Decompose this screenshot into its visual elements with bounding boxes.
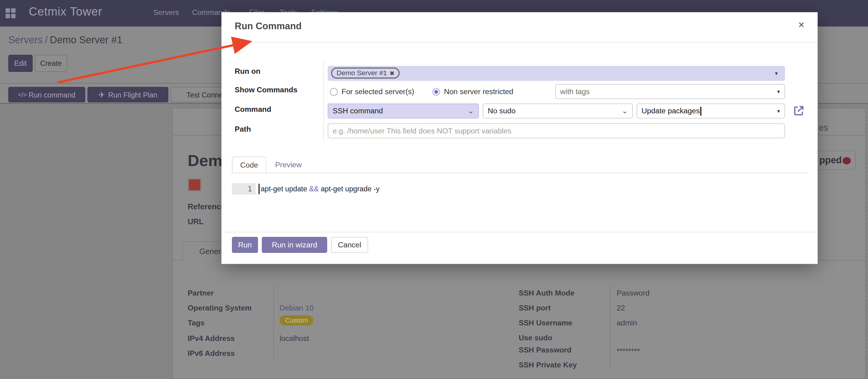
path-placeholder: e.g. /home/user This field does NOT supp… [333, 127, 512, 135]
field-value-ssh-port: 22 [617, 304, 625, 312]
url-label: URL [188, 217, 204, 226]
field-label-partner: Partner [188, 289, 214, 297]
radio-non-restricted[interactable] [432, 88, 440, 96]
run-on-label: Run on [235, 67, 260, 75]
status-badge-label: pped [819, 155, 842, 166]
command-name-input[interactable]: Update packages ▾ [637, 103, 785, 119]
tags-filter-select[interactable]: with tags ▾ [555, 84, 785, 99]
field-label-ipv4: IPv4 Address [188, 334, 235, 342]
cancel-button[interactable]: Cancel [331, 237, 368, 253]
server-tag-pill[interactable]: Demo Server #1 ✖ [331, 68, 400, 78]
run-command-button[interactable]: </> Run command [8, 87, 85, 102]
text-cursor [701, 107, 701, 116]
field-value-ssh-auth: Password [617, 289, 649, 297]
field-value-os[interactable]: Debian 10 [279, 304, 314, 312]
breadcrumb-parent-link[interactable]: Servers [8, 34, 43, 45]
radio-selected-servers-label[interactable]: For selected server(s) [342, 88, 414, 96]
screen: Cetmix Tower Servers Commands Files Tool… [0, 0, 868, 379]
field-label-ssh-private-key: SSH Private Key [519, 361, 577, 369]
dropdown-caret-icon[interactable]: ▾ [775, 70, 778, 76]
command-type-select[interactable]: SSH command ⌄ [328, 103, 479, 119]
path-input[interactable]: e.g. /home/user This field does NOT supp… [328, 123, 785, 138]
stat-button-partial-text[interactable]: es [818, 123, 828, 133]
radio-non-restricted-label[interactable]: Non server restricted [444, 88, 514, 96]
radio-selected-servers[interactable] [330, 88, 338, 96]
app-brand[interactable]: Cetmix Tower [29, 5, 102, 18]
show-commands-label: Show Commands [235, 86, 298, 94]
code-operator: && [309, 185, 319, 193]
breadcrumb-separator: / [43, 34, 50, 45]
tab-preview[interactable]: Preview [275, 161, 302, 169]
field-value-ssh-password: ******** [617, 347, 640, 355]
tag-custom[interactable]: Custom [279, 315, 313, 325]
field-value-ssh-username: admin [617, 319, 637, 327]
dropdown-caret-icon: ▾ [777, 89, 780, 95]
plane-icon: ✈ [98, 90, 105, 99]
server-tag-label: Demo Server #1 [337, 69, 387, 77]
modal-header-divider [222, 42, 818, 43]
chevron-down-icon: ⌄ [468, 107, 474, 115]
field-label-ssh-port: SSH port [519, 304, 551, 312]
left-grid-separator [273, 285, 274, 359]
color-swatch[interactable] [188, 178, 202, 192]
editor-cursor [258, 184, 259, 194]
code-editor-line[interactable]: apt-get update && apt-get upgrade -y [260, 185, 379, 193]
breadcrumb: Servers/Demo Server #1 [8, 34, 122, 46]
tabs-underline [232, 173, 808, 173]
create-button[interactable]: Create [35, 55, 67, 72]
sudo-value: No sudo [488, 107, 516, 115]
breadcrumb-current: Demo Server #1 [50, 34, 123, 45]
field-label-ssh-auth: SSH Auth Mode [519, 289, 575, 297]
sudo-select[interactable]: No sudo ⌄ [483, 103, 633, 119]
field-label-os: Operating System [188, 304, 252, 312]
edit-button[interactable]: Edit [8, 55, 33, 72]
label-field-separator [323, 62, 324, 140]
status-dot-icon [842, 157, 850, 164]
tags-filter-value: with tags [560, 88, 590, 96]
path-label: Path [235, 125, 251, 133]
run-in-wizard-button[interactable]: Run in wizard [262, 237, 327, 253]
code-line-number: 1 [232, 183, 256, 195]
close-icon[interactable]: × [798, 19, 804, 31]
run-button[interactable]: Run [232, 237, 258, 253]
apps-grid-icon[interactable] [5, 8, 16, 18]
dropdown-caret-icon: ▾ [777, 108, 780, 114]
field-label-tags: Tags [188, 319, 205, 327]
modal-title: Run Command [235, 21, 302, 32]
external-link-icon[interactable] [793, 104, 805, 117]
right-grid-separator [610, 285, 611, 371]
field-value-ipv4: localhost [279, 334, 309, 342]
run-flight-plan-button[interactable]: ✈ Run Flight Plan [88, 87, 168, 102]
nav-item-servers[interactable]: Servers [153, 8, 179, 17]
field-label-ssh-password: SSH Password [519, 346, 571, 354]
tab-code[interactable]: Code [232, 157, 267, 173]
command-name-value: Update packages [642, 107, 700, 115]
field-label-ipv6: IPv6 Address [188, 349, 235, 357]
remove-tag-icon[interactable]: ✖ [390, 70, 394, 76]
command-label: Command [235, 105, 271, 113]
reference-label: Reference [188, 202, 225, 211]
field-label-ssh-username: SSH Username [519, 319, 572, 327]
command-type-value: SSH command [333, 107, 383, 115]
field-label-use-sudo: Use sudo [519, 334, 552, 342]
code-icon: </> [18, 91, 27, 98]
chevron-down-icon: ⌄ [622, 107, 628, 115]
modal-footer-divider [222, 232, 818, 232]
